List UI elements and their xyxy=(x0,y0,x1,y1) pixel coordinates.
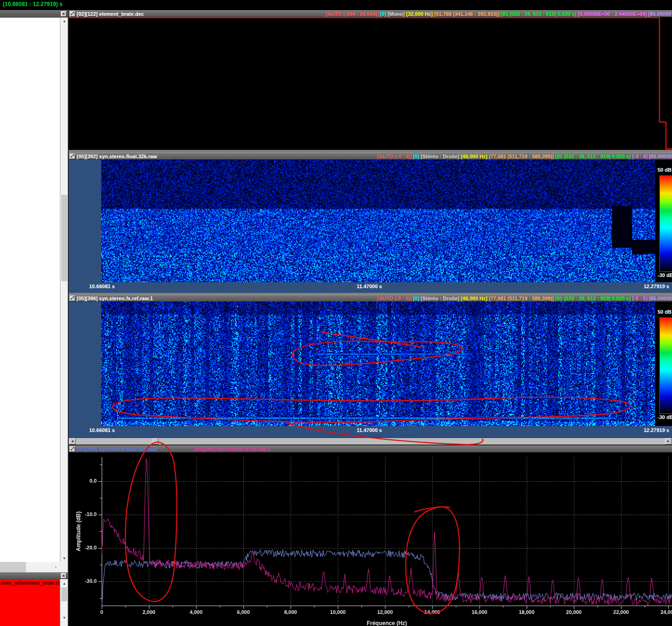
file-list-hscrollbar[interactable]: › xyxy=(0,562,60,572)
path-window-body: v\res_ref\element_brate.d ▲ ▼ xyxy=(0,579,68,626)
scroll-left-icon[interactable]: ◄ xyxy=(69,438,76,445)
spectrogram-canvas[interactable] xyxy=(101,302,655,426)
highlighted-file-entry[interactable]: v\res_ref\element_brate.d xyxy=(0,579,60,626)
time-label-mid: 11.47000 s xyxy=(357,427,382,433)
status-field: [0.00000E+00 : 2.44000E+04] xyxy=(578,11,647,17)
app-window: (10.66081 : 12.27919) s × ▲ ▼ › × v\res_… xyxy=(0,0,672,626)
colorbar-max-label: 50 dB xyxy=(658,167,672,173)
panel-status: [AUTO (-244 : 24,644)][0][Mono][32,000 H… xyxy=(326,11,672,17)
time-label-right: 12.27919 s xyxy=(644,427,669,433)
time-selection-readout: (10.66081 : 12.27919) s xyxy=(3,1,63,7)
time-hscrollbar[interactable]: ◄ ► xyxy=(69,437,672,445)
panel1-titlebar[interactable]: [02][122] element_brate.dec [AUTO (-244 … xyxy=(69,10,672,17)
status-field: [-4 : 4] xyxy=(632,154,647,159)
colorbar-zone: 50 dB -30 dB xyxy=(655,160,672,282)
file-list-pane: × ▲ ▼ › × v\res_ref\element_brate.d ▲ xyxy=(0,9,69,626)
time-label-mid: 11.47000 s xyxy=(357,284,382,289)
status-field: [81 (533 : 39, 613 : 919) 0.020 s] xyxy=(555,154,631,159)
status-field: [-5 : 5] xyxy=(632,296,647,301)
scroll-down-icon[interactable]: ▼ xyxy=(61,614,68,621)
panel2-titlebar[interactable]: [05][392] syn.stereo.float.32k.raw [AUTO… xyxy=(69,153,672,160)
scroll-down-icon[interactable]: ▼ xyxy=(61,555,68,562)
status-field: [Stéréo : Droite] xyxy=(421,154,459,159)
status-field: [48,000 Hz] xyxy=(461,296,487,301)
time-label-left: 10.66081 s xyxy=(89,284,115,289)
panel3-titlebar[interactable]: [05][396] syn.stereo.fx.ref.raw.1 [AUTO … xyxy=(69,295,672,302)
hscrollbar-thumb[interactable] xyxy=(153,438,158,445)
status-field: [Stéréo : Droite] xyxy=(421,296,459,301)
hscrollbar-thumb[interactable] xyxy=(0,562,26,572)
colorbar-min-label: -30 dB xyxy=(658,272,672,278)
colorbar-min-label: -30 dB xyxy=(658,414,672,420)
status-field: [32,000 Hz] xyxy=(406,11,432,17)
spectrogram-panel-3: 24 000 Hz 12 000 Hz 0 Hz 50 dB -30 dB 10… xyxy=(69,302,672,437)
panel4-titlebar[interactable]: × [05][392] syn.stereo.float.32k.raw [05… xyxy=(69,445,672,452)
panel-title: [02][122] element_brate.dec xyxy=(77,11,144,17)
status-field: [0] xyxy=(380,11,386,17)
panel-status: [AUTO (-5 : 5)][0][Stéréo : Droite][48,0… xyxy=(377,296,672,301)
colorbar-zone: 50 dB -30 dB xyxy=(655,302,672,426)
status-field: [85.00000 s] xyxy=(649,296,672,301)
status-field: [51,788 (341,146 : 392,933)] xyxy=(434,11,500,17)
panel-status: [AUTO (-4 : 4)][0][Stéréo : Droite][48,0… xyxy=(377,154,672,159)
status-field: [81 (533 : 39, 613 : 919) 0.020 s] xyxy=(555,296,631,301)
status-field: [AUTO (-244 : 24,644)] xyxy=(326,11,378,17)
status-field: [85.00000 s] xyxy=(648,11,672,17)
scroll-up-icon[interactable]: ▲ xyxy=(61,18,68,25)
scroll-up-icon[interactable]: ▲ xyxy=(61,580,68,587)
pan-icon[interactable] xyxy=(70,296,75,301)
scrollbar-corner xyxy=(59,562,68,572)
close-icon[interactable]: × xyxy=(61,573,66,579)
status-field: [48,000 Hz] xyxy=(461,154,487,159)
path-window-vscrollbar[interactable]: ▲ ▼ xyxy=(60,579,68,626)
time-label-right: 12.27919 s xyxy=(644,284,669,289)
series-a-title: [05][392] syn.stereo.float.32k.raw xyxy=(77,446,157,452)
spectrum-plot-panel xyxy=(69,452,672,626)
vscrollbar-thumb[interactable] xyxy=(61,587,67,601)
bitrate-curve xyxy=(69,17,672,150)
colorbar xyxy=(659,175,672,272)
spectrogram-panel-2: 24 000 Hz 12 000 Hz 0 Hz 50 dB -30 dB 10… xyxy=(69,160,672,293)
panel-title: [05][396] syn.stereo.fx.ref.raw.1 xyxy=(77,296,153,301)
file-list-hscrollbar-row: › xyxy=(0,562,68,572)
pan-icon[interactable] xyxy=(70,446,75,452)
scroll-right-icon[interactable]: ► xyxy=(665,438,672,445)
file-path-text: v\res_ref\element_brate.d xyxy=(0,580,59,586)
status-field: [0] xyxy=(413,154,419,159)
status-field: [81 (533 : 26, 613 : 613) 0.020 s] xyxy=(501,11,576,17)
time-axis-strip: 10.66081 s 11.47000 s 12.27919 s xyxy=(69,426,672,437)
pan-icon[interactable] xyxy=(70,11,75,17)
vscrollbar-thumb[interactable] xyxy=(61,195,67,281)
file-list-titlebar[interactable]: × xyxy=(0,10,68,18)
spectrogram-canvas[interactable] xyxy=(101,160,655,282)
status-field: [Mono] xyxy=(388,11,405,17)
path-window-titlebar[interactable]: × xyxy=(0,572,68,579)
signal-panels-area: [02][122] element_brate.dec [AUTO (-244 … xyxy=(69,9,672,626)
panel-title: [05][392] syn.stereo.float.32k.raw xyxy=(77,154,157,159)
status-field: [AUTO (-5 : 5)] xyxy=(377,296,411,301)
status-field: [AUTO (-4 : 4)] xyxy=(377,154,411,159)
time-label-left: 10.66081 s xyxy=(89,427,115,433)
time-axis-strip: 10.66081 s 11.47000 s 12.27919 s xyxy=(69,282,672,293)
status-field: [0] xyxy=(413,296,419,301)
close-icon[interactable]: × xyxy=(61,11,66,17)
bitrate-display[interactable] xyxy=(69,17,672,150)
scroll-right-icon[interactable]: › xyxy=(52,563,59,571)
series-b-title: [05][396] syn.stereo.fx.ref.raw.1 xyxy=(194,446,270,452)
file-list-body: ▲ ▼ xyxy=(0,18,68,562)
file-list-vscrollbar[interactable]: ▲ ▼ xyxy=(60,18,68,562)
colorbar xyxy=(659,317,672,414)
spectrum-plot-canvas[interactable] xyxy=(69,452,672,626)
pan-icon[interactable] xyxy=(70,154,75,159)
status-field: [77,681 (511,719 : 589,399)] xyxy=(489,296,554,301)
colorbar-max-label: 50 dB xyxy=(658,309,672,315)
top-status-bar: (10.66081 : 12.27919) s xyxy=(0,0,672,9)
status-field: [85.00000 s] xyxy=(649,154,672,159)
bitrate-step-line xyxy=(69,18,672,149)
status-field: [77,681 (511,719 : 589,399)] xyxy=(489,154,554,159)
